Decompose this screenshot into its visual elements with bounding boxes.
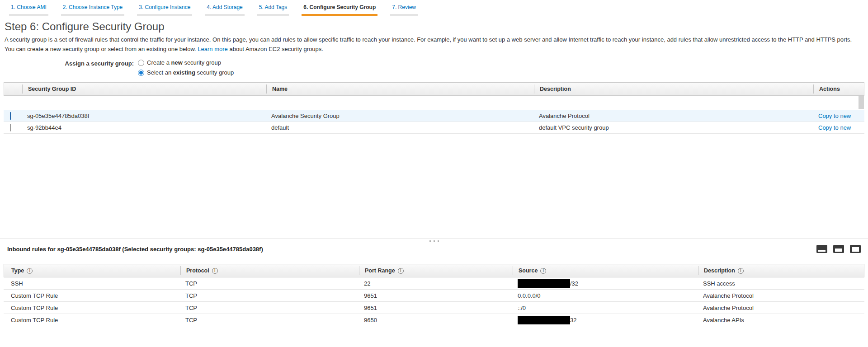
drag-dot-icon bbox=[438, 240, 439, 242]
col-source: Sourcei bbox=[513, 266, 698, 275]
rule-protocol: TCP bbox=[180, 305, 359, 311]
rule-protocol: TCP bbox=[180, 317, 359, 324]
tab-review[interactable]: 7. Review bbox=[390, 4, 418, 16]
col-security-group-id: Security Group ID bbox=[22, 84, 266, 94]
table-row-default-sg[interactable]: sg-92bb44e4 default default VPC security… bbox=[4, 122, 864, 134]
inbound-rules-table-header: Typei Protocoli Port Rangei Sourcei Desc… bbox=[4, 264, 864, 277]
sg-name: default bbox=[266, 124, 533, 131]
col-description: Descriptioni bbox=[698, 266, 864, 275]
checkbox-unchecked-icon[interactable] bbox=[10, 124, 11, 131]
col-type: Typei bbox=[4, 266, 180, 275]
learn-more-link[interactable]: Learn more bbox=[198, 46, 227, 52]
security-groups-table: Security Group ID Name Description Actio… bbox=[4, 82, 864, 239]
pane-split-icon[interactable] bbox=[833, 245, 844, 253]
rule-type: Custom TCP Rule bbox=[4, 305, 180, 311]
info-icon[interactable]: i bbox=[212, 268, 218, 274]
rule-source: /32 bbox=[512, 279, 698, 288]
rule-description: Avalanche Protocol bbox=[698, 305, 864, 311]
rule-port-range: 9651 bbox=[359, 305, 512, 311]
radio-select-existing-label: Select an existing security group bbox=[147, 69, 234, 76]
rule-source: 0.0.0.0/0 bbox=[512, 292, 698, 299]
info-icon[interactable]: i bbox=[398, 268, 404, 274]
rule-description: SSH access bbox=[698, 280, 864, 287]
redacted-source-block bbox=[518, 316, 570, 324]
rule-description: Avalanche Protocol bbox=[698, 292, 864, 299]
intro-after: about Amazon EC2 security groups. bbox=[229, 46, 323, 52]
sg-id: sg-05e35e44785da038f bbox=[22, 113, 266, 119]
inbound-rule-row: SSH TCP 22 /32 SSH access bbox=[4, 277, 864, 290]
rule-type: Custom TCP Rule bbox=[4, 292, 180, 299]
checkbox-checked-icon[interactable] bbox=[10, 112, 11, 120]
security-groups-table-header: Security Group ID Name Description Actio… bbox=[4, 82, 864, 96]
rule-protocol: TCP bbox=[180, 280, 359, 287]
radio-button-selected-icon[interactable] bbox=[138, 70, 144, 76]
inbound-rule-row: Custom TCP Rule TCP 9651 0.0.0.0/0 Avala… bbox=[4, 290, 864, 302]
inbound-rules-header-bar: Inbound rules for sg-05e35e44785da038f (… bbox=[0, 244, 868, 253]
wizard-tabs: 1. Choose AMI 2. Choose Instance Type 3.… bbox=[0, 0, 868, 16]
radio-select-existing-group[interactable]: Select an existing security group bbox=[138, 69, 234, 76]
intro-before: A security group is a set of firewall ru… bbox=[5, 36, 852, 52]
pane-maximize-icon[interactable] bbox=[850, 245, 861, 253]
radio-create-new-group[interactable]: Create a new security group bbox=[138, 59, 234, 66]
rule-protocol: TCP bbox=[180, 292, 359, 299]
rule-type: SSH bbox=[4, 280, 180, 287]
security-groups-table-body: sg-05e35e44785da038f Avalanche Security … bbox=[4, 96, 864, 239]
sg-description: Avalanche Protocol bbox=[533, 113, 813, 119]
info-icon[interactable]: i bbox=[27, 268, 33, 274]
rule-port-range: 9651 bbox=[359, 292, 512, 299]
inbound-rule-row: Custom TCP Rule TCP 9651 ::/0 Avalanche … bbox=[4, 302, 864, 314]
select-all-column bbox=[4, 84, 22, 94]
inbound-rules-title: Inbound rules for sg-05e35e44785da038f (… bbox=[7, 246, 263, 253]
redacted-source-block bbox=[518, 279, 570, 288]
tab-choose-ami[interactable]: 1. Choose AMI bbox=[9, 4, 48, 16]
rule-type: Custom TCP Rule bbox=[4, 317, 180, 324]
pane-minimize-icon[interactable] bbox=[816, 245, 827, 253]
rule-port-range: 22 bbox=[359, 280, 512, 287]
inbound-rules-table: Typei Protocoli Port Rangei Sourcei Desc… bbox=[4, 264, 864, 326]
tab-choose-instance-type[interactable]: 2. Choose Instance Type bbox=[61, 4, 125, 16]
info-icon[interactable]: i bbox=[738, 268, 744, 274]
radio-create-new-label: Create a new security group bbox=[147, 59, 221, 66]
col-description: Description bbox=[534, 84, 813, 94]
col-actions: Actions bbox=[813, 84, 864, 94]
radio-button-icon[interactable] bbox=[138, 60, 144, 66]
table-scrollbar[interactable] bbox=[859, 96, 864, 109]
drag-dot-icon bbox=[429, 240, 431, 242]
col-protocol: Protocoli bbox=[180, 266, 359, 275]
assign-security-group-form: Assign a security group: Create a new se… bbox=[0, 59, 868, 76]
tab-add-tags[interactable]: 5. Add Tags bbox=[257, 4, 289, 16]
table-row-avalanche-sg[interactable]: sg-05e35e44785da038f Avalanche Security … bbox=[4, 110, 864, 122]
pane-size-controls bbox=[816, 245, 861, 253]
drag-dot-icon bbox=[434, 240, 435, 242]
intro-text: A security group is a set of firewall ru… bbox=[5, 35, 863, 54]
inbound-rule-row: Custom TCP Rule TCP 9650 32 Avalanche AP… bbox=[4, 314, 864, 326]
sg-name: Avalanche Security Group bbox=[266, 113, 533, 119]
col-name: Name bbox=[266, 84, 534, 94]
rule-source: ::/0 bbox=[512, 305, 698, 311]
sg-id: sg-92bb44e4 bbox=[22, 124, 266, 131]
rule-source: 32 bbox=[512, 316, 698, 324]
copy-to-new-link[interactable]: Copy to new bbox=[818, 124, 851, 131]
col-port-range: Port Rangei bbox=[359, 266, 513, 275]
tab-configure-security-group[interactable]: 6. Configure Security Group bbox=[302, 4, 377, 16]
tab-configure-instance[interactable]: 3. Configure Instance bbox=[137, 4, 192, 16]
tab-add-storage[interactable]: 4. Add Storage bbox=[205, 4, 244, 16]
rule-description: Avalanche APIs bbox=[698, 317, 864, 324]
info-icon[interactable]: i bbox=[540, 268, 546, 274]
rule-port-range: 9650 bbox=[359, 317, 512, 324]
pane-resize-handle[interactable] bbox=[0, 239, 868, 244]
assign-security-group-label: Assign a security group: bbox=[0, 59, 138, 76]
copy-to-new-link[interactable]: Copy to new bbox=[818, 113, 851, 119]
page-title: Step 6: Configure Security Group bbox=[5, 20, 868, 33]
sg-description: default VPC security group bbox=[533, 124, 813, 131]
